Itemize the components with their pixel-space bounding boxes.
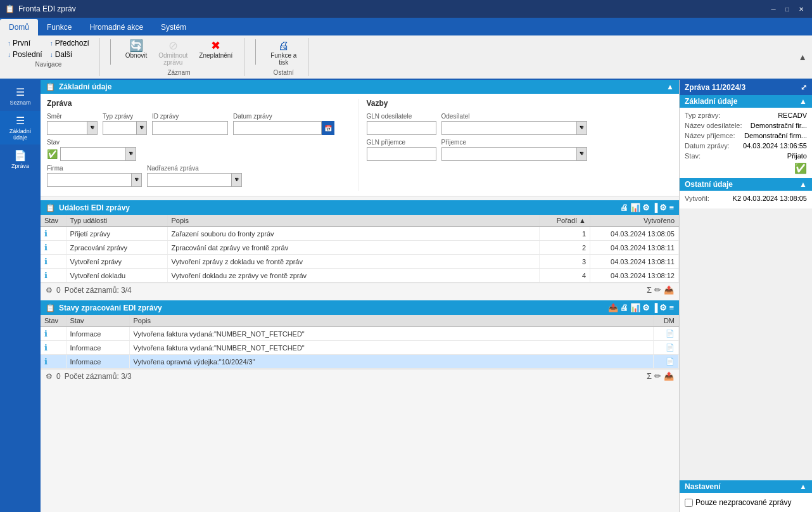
table-row: ℹ Informace Vytvořena opravná výdejka:"1… [41, 355, 679, 369]
srow-dm-3: 📄 [654, 355, 679, 369]
stav-input[interactable]: Přijato [60, 147, 136, 161]
close-button[interactable]: ✕ [796, 3, 807, 15]
nezpracovane-label[interactable]: Pouze nezpracované zprávy [695, 498, 791, 507]
sidebar-item-zprava[interactable]: 📄 Zpráva [0, 146, 41, 173]
navigace-label: Navigace [35, 61, 62, 68]
table-row: ℹ Přijetí zprávy Zařazení souboru do fro… [41, 227, 679, 241]
gln-odesilatele-input[interactable]: 128745963 [367, 121, 436, 135]
tab-funkce[interactable]: Funkce [38, 19, 80, 35]
stavy-bar-icon[interactable]: ▐ [652, 303, 657, 312]
posledni-button[interactable]: ↓ Poslední [5, 49, 45, 60]
sth-popis: Popis [129, 315, 654, 327]
stavy-sigma-icon[interactable]: Σ [647, 371, 652, 381]
separator-2 [255, 39, 256, 65]
minimize-button[interactable]: ─ [768, 3, 779, 15]
stav-dropdown-icon[interactable]: ▼ [125, 147, 136, 161]
tab-domu[interactable]: Domů [0, 19, 38, 35]
id-zpravy-input[interactable]: 11/2024/3 [152, 121, 228, 135]
tab-hromadne[interactable]: Hromadné akce [80, 19, 152, 35]
nadrazena-select-wrapper: ▼ [147, 173, 242, 187]
stavy-export-icon[interactable]: 📤 [664, 371, 674, 381]
predchozi-button[interactable]: ↑ Předchozí [48, 38, 92, 48]
stavy-menu-icon[interactable]: ≡ [669, 303, 674, 312]
stavy-edit-icon[interactable]: ✏ [654, 371, 661, 381]
calendar-icon[interactable]: 📅 [322, 121, 334, 135]
stavy-print-icon[interactable]: 🖨 [620, 303, 628, 312]
typ-dropdown-icon[interactable]: ▼ [136, 121, 147, 135]
gear-tool-icon[interactable]: ⚙ [642, 203, 650, 212]
ribbon-group-navigace: ↑ První ↓ Poslední ↑ Předchozí ↓ [5, 38, 100, 76]
stavy-chart-icon[interactable]: 📊 [630, 303, 640, 312]
right-panel-expand-icon[interactable]: ⤢ [801, 83, 807, 92]
dalsi-label: Další [55, 50, 72, 59]
funkce-tisk-button[interactable]: 🖨 Funkce atisk [266, 38, 301, 68]
events-table-footer: ⚙ 0 Počet záznamů: 3/4 Σ ✏ 📤 [41, 283, 679, 297]
right-row-typ: Typ zprávy: RECADV [685, 112, 807, 119]
right-ostatni-collapse[interactable]: ▲ [799, 180, 807, 189]
sidebar-item-seznam[interactable]: ☰ Seznam [0, 82, 41, 110]
chart-tool-icon[interactable]: 📊 [630, 203, 640, 212]
stavy-settings-icon[interactable]: ⚙ [659, 303, 667, 312]
prijemce-input[interactable]: DEMO TRADE Demonstrační firma Trade, spo… [441, 147, 587, 161]
ostatni-label: Ostatní [274, 69, 294, 76]
table-row: ℹ Zpracování zprávy Zpracování dat zpráv… [41, 241, 679, 255]
obnovit-button[interactable]: 🔄 Obnovit [121, 38, 151, 68]
odmitnout-button[interactable]: ⊘ Odmitnoutzprávu [154, 38, 192, 68]
row-poradi-4: 4 [540, 269, 590, 283]
row-stav-4: ℹ [41, 269, 66, 283]
stavy-filter-icon[interactable]: ⚙ [46, 372, 53, 381]
settings-tool-icon[interactable]: ⚙ [659, 203, 667, 212]
refresh-icon: 🔄 [129, 40, 143, 51]
sigma-icon[interactable]: Σ [647, 285, 652, 295]
firma-dropdown-icon[interactable]: ▼ [131, 173, 142, 187]
firma-field: Firma DEMO TRADE ▼ [47, 165, 142, 187]
stavy-upload-icon[interactable]: 📤 [608, 303, 618, 312]
datum-zpravy-input[interactable]: 04.03.2024 13:06:55 [233, 121, 322, 135]
prijemce-dropdown-icon[interactable]: ▼ [576, 147, 587, 161]
odesilatel-input[interactable]: DEMO TRADE Demonstrační firma Trade, spo… [441, 121, 587, 135]
odesilatel-dropdown-icon[interactable]: ▼ [576, 121, 587, 135]
funkce-tisk-label: Funkce atisk [270, 52, 296, 66]
bar-tool-icon[interactable]: ▐ [652, 203, 657, 212]
nadrazena-zprava-input[interactable] [147, 173, 242, 187]
stavy-gear-icon[interactable]: ⚙ [642, 303, 650, 312]
firma-select-wrapper: DEMO TRADE ▼ [47, 173, 142, 187]
stav-check-icon: ✅ [47, 149, 58, 159]
separator-1 [110, 39, 111, 65]
right-zakladni-collapse[interactable]: ▲ [799, 97, 807, 106]
sinfo-icon-2: ℹ [44, 343, 48, 352]
tab-system[interactable]: Systém [152, 19, 195, 35]
prvni-button[interactable]: ↑ První [5, 38, 45, 48]
smer-dropdown-icon[interactable]: ▼ [87, 121, 98, 135]
gln-prijemce-input[interactable]: 128745963 [367, 147, 436, 161]
sidebar-item-zakladni-udaje[interactable]: ☰ Základníúdaje [0, 111, 41, 144]
dalsi-button[interactable]: ↓ Další [48, 49, 92, 60]
export-icon[interactable]: 📤 [664, 285, 674, 295]
collapse-section-button[interactable]: ▲ [666, 82, 674, 91]
print-tool-icon[interactable]: 🖨 [620, 203, 628, 212]
predchozi-label: Předchozí [55, 39, 89, 48]
nadrazena-dropdown-icon[interactable]: ▼ [231, 173, 242, 187]
events-title: Události EDI zprávy [59, 203, 130, 212]
th-poradi[interactable]: Pořadí ▲ [540, 215, 590, 227]
zneplatneni-button[interactable]: ✖ Zneplatnění [194, 38, 237, 68]
title-bar: 📋 Fronta EDI zpráv ─ □ ✕ [0, 0, 812, 18]
odesilatel-select-wrapper: DEMO TRADE Demonstrační firma Trade, spo… [441, 121, 587, 135]
row-popis-2: Zpracování dat zprávy ve frontě zpráv [167, 241, 540, 255]
right-value-typ: RECADV [778, 112, 807, 119]
maximize-button[interactable]: □ [782, 3, 793, 15]
filter-icon[interactable]: ⚙ [46, 286, 53, 295]
events-tools: 🖨 📊 ⚙ ▐ ⚙ ≡ [620, 203, 674, 212]
smer-select-wrapper: Příchozí ▼ [47, 121, 98, 135]
right-nastaveni-collapse[interactable]: ▲ [799, 482, 807, 491]
stav-label: Stav [47, 139, 136, 146]
prvni-label: První [13, 39, 30, 48]
firma-input[interactable]: DEMO TRADE [47, 173, 142, 187]
odesilatel-label: Odesílatel [441, 113, 587, 120]
typ-zpravy-field: Typ zprávy RECADV ▼ [103, 113, 147, 135]
nezpracovane-checkbox[interactable] [685, 499, 693, 507]
collapse-ribbon-button[interactable]: ▲ [798, 52, 807, 62]
edit-icon[interactable]: ✏ [654, 285, 661, 295]
print-icon: 🖨 [278, 40, 289, 51]
menu-tool-icon[interactable]: ≡ [669, 203, 674, 212]
